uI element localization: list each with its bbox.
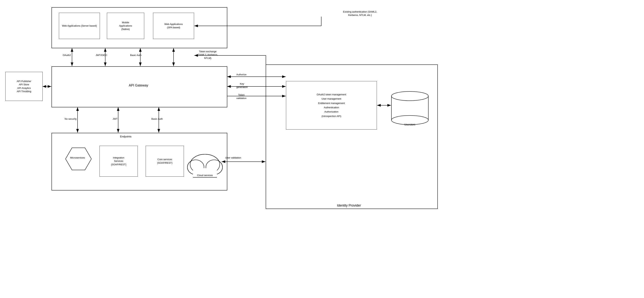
- basic-auth-bottom-label: Basic Auth: [152, 117, 163, 121]
- arrows-svg: [0, 0, 644, 298]
- svg-rect-8: [52, 133, 227, 190]
- core-services-box: Core services(SOAP/REST): [146, 146, 184, 176]
- svg-point-24: [206, 160, 222, 175]
- svg-point-28: [392, 91, 428, 101]
- svg-point-14: [190, 154, 220, 175]
- microservices-label: Microservices: [61, 156, 94, 159]
- mobile-app-box: MobileApplications(Native): [107, 13, 144, 39]
- svg-point-22: [190, 154, 220, 175]
- no-security-label: No security: [64, 117, 76, 121]
- web-app-server-box: Web Applications (Server based): [59, 13, 100, 39]
- api-gateway-label: API Gateway: [111, 83, 166, 88]
- core-services-label: Core services(SOAP/REST): [157, 158, 172, 164]
- svg-point-18: [190, 155, 219, 174]
- authorize-label: Authorize: [236, 73, 246, 76]
- svg-point-19: [188, 160, 204, 174]
- user-validation-label: User validation: [225, 156, 241, 159]
- endpoints-label: Endpoints: [120, 135, 132, 139]
- userstore-label: Userstore: [392, 123, 428, 127]
- oauth2-label: OAuth2: [63, 54, 71, 57]
- cloud-services-label: Cloud services: [193, 174, 217, 177]
- token-exchange-label: Token exchange(SAML2, Kerberos,NTLM): [198, 50, 218, 60]
- token-validation-label: Tokenvalidation: [236, 93, 246, 100]
- integration-services-box: IntegrationServices(SOAP/REST): [100, 146, 138, 176]
- web-app-spa-box: Web Applications(SPA based): [153, 13, 194, 39]
- key-generation-label: Keygeneration: [236, 82, 248, 89]
- api-mgmt-label: API PublisherAPI StoreAPI AnayticsAPI Th…: [17, 80, 32, 93]
- svg-point-23: [188, 160, 204, 175]
- existing-auth-label: Existing authentication (SAML2,Kerberos,…: [325, 10, 395, 17]
- web-app-server-label: Web Applications (Server based): [62, 24, 97, 28]
- api-mgmt-box: API PublisherAPI StoreAPI AnayticsAPI Th…: [6, 72, 42, 101]
- basic-auth-top-label: Basic Auth: [130, 54, 142, 57]
- jwt-bottom-label: JWT: [113, 117, 118, 121]
- idp-features-label: OAuth2 token managementUser managementEn…: [317, 92, 346, 118]
- mobile-app-label: MobileApplications(Native): [119, 21, 132, 31]
- svg-point-15: [188, 160, 204, 175]
- svg-rect-27: [392, 96, 428, 120]
- identity-provider-label: Identity Provider: [294, 203, 404, 208]
- svg-point-20: [206, 160, 222, 174]
- svg-point-16: [206, 160, 222, 175]
- idp-features-box: OAuth2 token managementUser managementEn…: [286, 81, 377, 129]
- web-app-spa-label: Web Applications(SPA based): [164, 23, 183, 29]
- architecture-diagram: Web Applications (Server based) MobileAp…: [0, 0, 644, 298]
- integration-services-label: IntegrationServices(SOAP/REST): [111, 156, 126, 166]
- jwt-oidc-label: JWT/OIDC: [96, 54, 107, 57]
